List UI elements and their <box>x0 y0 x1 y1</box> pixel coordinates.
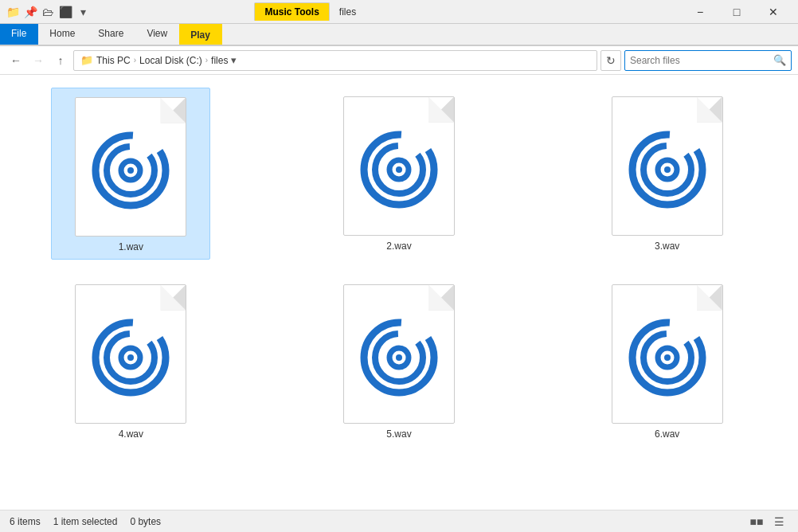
file-icon-wrap <box>71 95 190 238</box>
file-grid: 1.wav 2.wav <box>13 88 785 446</box>
up-button[interactable]: ↑ <box>51 51 70 70</box>
status-bar: 6 items 1 item selected 0 bytes ■■ ☰ <box>0 510 798 532</box>
path-dropdown-button[interactable]: ▾ <box>231 54 237 66</box>
window-title: files <box>339 6 356 18</box>
file-icon-wrap <box>608 94 727 237</box>
tab-view[interactable]: View <box>135 24 179 45</box>
properties-icon: ⬛ <box>59 6 72 18</box>
music-tools-tab[interactable]: Music Tools <box>254 2 329 21</box>
minimize-button[interactable]: − <box>682 0 718 24</box>
wav-svg-icon <box>628 318 707 397</box>
selected-info: 1 item selected <box>53 516 118 527</box>
file-item[interactable]: 4.wav <box>51 276 210 446</box>
list-view-button[interactable]: ☰ <box>769 513 788 530</box>
path-local-disk[interactable]: Local Disk (C:) <box>139 55 202 66</box>
wav-svg-icon <box>628 130 707 209</box>
file-item[interactable]: 2.wav <box>319 88 479 260</box>
wav-svg-icon <box>359 130 439 209</box>
address-bar: ← → ↑ 📁 This PC › Local Disk (C:) › file… <box>0 46 798 75</box>
wav-svg-icon <box>91 131 170 210</box>
tab-play[interactable]: Play <box>179 24 222 45</box>
file-label: 2.wav <box>386 241 411 252</box>
tab-file[interactable]: File <box>0 24 38 45</box>
ribbon-tabs: File Home Share View Play <box>0 24 798 45</box>
folder-icon: 📁 <box>6 6 19 18</box>
svg-point-23 <box>664 354 671 361</box>
file-icon-wrap <box>71 282 190 425</box>
file-label: 6.wav <box>655 428 679 440</box>
svg-point-11 <box>664 166 671 173</box>
search-box[interactable]: 🔍 <box>624 50 792 71</box>
path-sep-2: › <box>205 56 208 65</box>
file-label: 5.wav <box>386 428 411 440</box>
title-bar: 📁 📌 🗁 ⬛ ▾ Music Tools files − □ ✕ <box>0 0 798 24</box>
svg-point-15 <box>127 354 134 361</box>
file-item[interactable]: 1.wav <box>51 88 210 260</box>
title-bar-app: Music Tools files <box>254 2 356 21</box>
file-item[interactable]: 6.wav <box>588 276 747 446</box>
large-icon-view-button[interactable]: ■■ <box>747 513 766 530</box>
wav-svg-icon <box>359 318 439 397</box>
ribbon: File Home Share View Play <box>0 24 798 46</box>
status-bar-right: ■■ ☰ <box>747 513 788 530</box>
svg-point-7 <box>396 166 402 173</box>
search-icon: 🔍 <box>773 54 786 66</box>
file-label: 1.wav <box>119 241 143 252</box>
search-input[interactable] <box>630 55 770 66</box>
window-controls: − □ ✕ <box>682 0 792 24</box>
path-sep-1: › <box>134 56 136 65</box>
svg-point-3 <box>127 167 134 174</box>
file-label: 3.wav <box>655 241 679 252</box>
dropdown-icon[interactable]: ▾ <box>76 6 89 18</box>
title-bar-icons: 📁 📌 🗁 ⬛ ▾ <box>6 6 89 18</box>
refresh-button[interactable]: ↻ <box>600 50 621 71</box>
item-count: 6 items <box>10 516 41 527</box>
tab-share[interactable]: Share <box>87 24 135 45</box>
wav-svg-icon <box>91 318 170 397</box>
new-folder-icon: 🗁 <box>41 6 54 18</box>
forward-button[interactable]: → <box>29 51 48 70</box>
close-button[interactable]: ✕ <box>755 0 792 24</box>
file-icon-wrap <box>608 282 727 425</box>
svg-point-19 <box>396 354 402 361</box>
main-content: 1.wav 2.wav <box>0 75 798 510</box>
selected-size: 0 bytes <box>130 516 161 527</box>
back-button[interactable]: ← <box>6 51 25 70</box>
address-path: 📁 This PC › Local Disk (C:) › files ▾ <box>73 50 597 71</box>
path-folder-icon: 📁 <box>80 54 93 66</box>
path-this-pc[interactable]: This PC <box>96 55 131 66</box>
file-item[interactable]: 3.wav <box>588 88 747 260</box>
file-label: 4.wav <box>119 428 143 440</box>
quick-access-icon: 📌 <box>24 6 37 18</box>
file-icon-wrap <box>339 282 459 425</box>
maximize-button[interactable]: □ <box>718 0 755 24</box>
file-icon-wrap <box>339 94 459 237</box>
path-folder[interactable]: files <box>211 55 228 66</box>
file-item[interactable]: 5.wav <box>319 276 479 446</box>
tab-home[interactable]: Home <box>38 24 87 45</box>
